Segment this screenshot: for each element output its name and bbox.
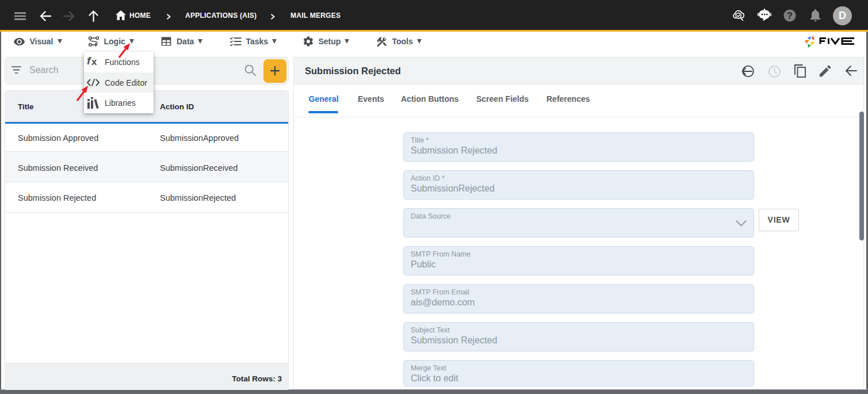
svg-text:?: ? (787, 11, 793, 21)
